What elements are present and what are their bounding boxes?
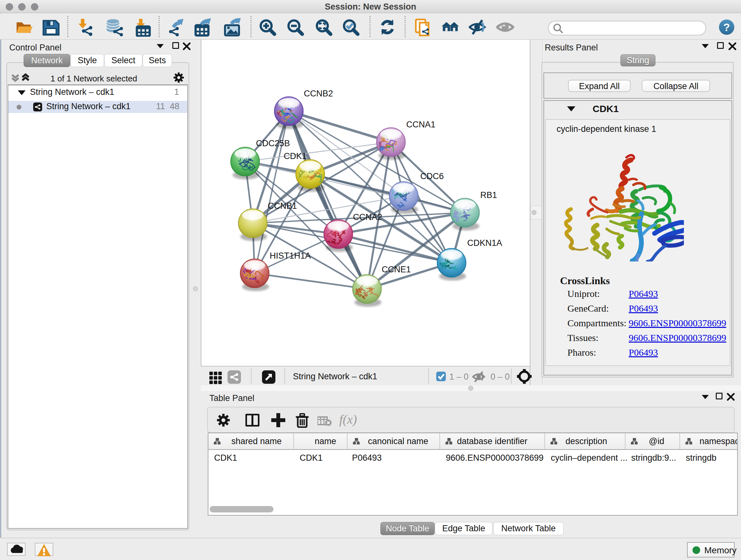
svg-text:CCNB1: CCNB1 <box>268 201 297 211</box>
svg-text:CCNB2: CCNB2 <box>304 89 333 98</box>
svg-text:CDC25B: CDC25B <box>256 138 290 148</box>
svg-text:RB1: RB1 <box>480 190 497 200</box>
svg-text:CDC6: CDC6 <box>420 172 444 181</box>
svg-text:CCNA1: CCNA1 <box>406 120 435 129</box>
svg-text:CCNE1: CCNE1 <box>382 265 411 274</box>
svg-text:CDKN1A: CDKN1A <box>467 238 502 248</box>
svg-text:CCNA2: CCNA2 <box>353 212 382 222</box>
svg-text:HIST1H1A: HIST1H1A <box>270 251 311 260</box>
svg-text:CDK1: CDK1 <box>284 151 307 161</box>
